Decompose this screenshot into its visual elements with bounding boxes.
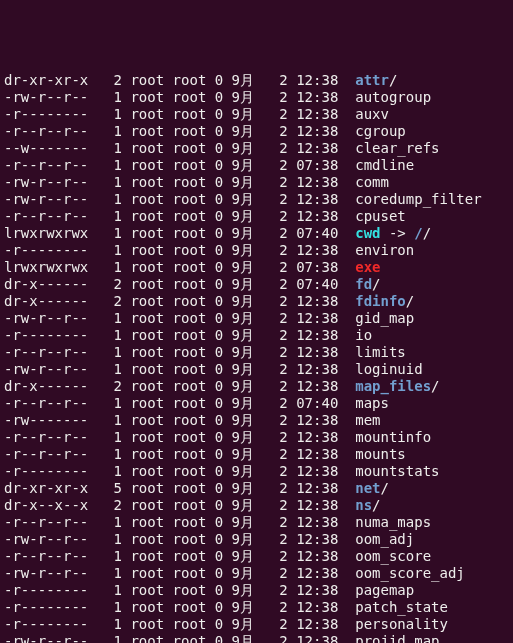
size: 0 (206, 412, 223, 428)
owner: root (122, 293, 164, 309)
time: 12:38 (288, 123, 339, 139)
month: 9月 (223, 395, 254, 411)
day: 2 (254, 378, 288, 394)
links: 1 (88, 106, 122, 122)
links: 1 (88, 429, 122, 445)
filename: limits (355, 344, 406, 360)
size: 0 (206, 633, 223, 643)
perms: -rw-r--r-- (4, 174, 88, 190)
group: root (164, 344, 206, 360)
month: 9月 (223, 259, 254, 275)
filename: numa_maps (355, 514, 431, 530)
month: 9月 (223, 548, 254, 564)
owner: root (122, 157, 164, 173)
owner: root (122, 463, 164, 479)
group: root (164, 361, 206, 377)
links: 1 (88, 565, 122, 581)
time: 07:40 (288, 395, 339, 411)
links: 1 (88, 463, 122, 479)
size: 0 (206, 174, 223, 190)
day: 2 (254, 157, 288, 173)
listing-row: dr-x------ 2 root root 0 9月 2 12:38 fdin… (4, 293, 509, 310)
filename: auxv (355, 106, 389, 122)
group: root (164, 412, 206, 428)
filename: net (355, 480, 380, 496)
size: 0 (206, 140, 223, 156)
time: 12:38 (288, 310, 339, 326)
links: 1 (88, 157, 122, 173)
perms: dr-x------ (4, 293, 88, 309)
listing-row: -rw-r--r-- 1 root root 0 9月 2 12:38 oom_… (4, 565, 509, 582)
day: 2 (254, 531, 288, 547)
month: 9月 (223, 72, 254, 88)
listing-row: -r--r--r-- 1 root root 0 9月 2 07:40 maps (4, 395, 509, 412)
links: 1 (88, 446, 122, 462)
links: 1 (88, 327, 122, 343)
perms: -rw-r--r-- (4, 565, 88, 581)
owner: root (122, 548, 164, 564)
size: 0 (206, 208, 223, 224)
perms: dr-x------ (4, 276, 88, 292)
owner: root (122, 123, 164, 139)
terminal-output[interactable]: dr-xr-xr-x 2 root root 0 9月 2 12:38 attr… (4, 72, 509, 643)
filename: gid_map (355, 310, 414, 326)
group: root (164, 378, 206, 394)
day: 2 (254, 174, 288, 190)
time: 12:38 (288, 378, 339, 394)
filename: exe (355, 259, 380, 275)
owner: root (122, 514, 164, 530)
perms: -rw-r--r-- (4, 633, 88, 643)
size: 0 (206, 225, 223, 241)
listing-row: dr-xr-xr-x 5 root root 0 9月 2 12:38 net/ (4, 480, 509, 497)
links: 1 (88, 174, 122, 190)
month: 9月 (223, 344, 254, 360)
links: 1 (88, 599, 122, 615)
month: 9月 (223, 565, 254, 581)
filename: oom_score_adj (355, 565, 465, 581)
links: 1 (88, 208, 122, 224)
group: root (164, 293, 206, 309)
owner: root (122, 531, 164, 547)
time: 12:38 (288, 565, 339, 581)
group: root (164, 582, 206, 598)
day: 2 (254, 106, 288, 122)
listing-row: -r-------- 1 root root 0 9月 2 12:38 patc… (4, 599, 509, 616)
day: 2 (254, 140, 288, 156)
size: 0 (206, 531, 223, 547)
listing-row: dr-xr-xr-x 2 root root 0 9月 2 12:38 attr… (4, 72, 509, 89)
day: 2 (254, 123, 288, 139)
month: 9月 (223, 157, 254, 173)
links: 1 (88, 310, 122, 326)
owner: root (122, 140, 164, 156)
links: 1 (88, 225, 122, 241)
day: 2 (254, 344, 288, 360)
perms: -r--r--r-- (4, 123, 88, 139)
group: root (164, 106, 206, 122)
size: 0 (206, 106, 223, 122)
owner: root (122, 480, 164, 496)
filename: mounts (355, 446, 406, 462)
filename: cgroup (355, 123, 406, 139)
owner: root (122, 310, 164, 326)
links: 1 (88, 344, 122, 360)
perms: -r-------- (4, 327, 88, 343)
filename: ns (355, 497, 372, 513)
perms: -r--r--r-- (4, 395, 88, 411)
size: 0 (206, 344, 223, 360)
type-suffix: / (372, 276, 380, 292)
month: 9月 (223, 361, 254, 377)
group: root (164, 310, 206, 326)
group: root (164, 259, 206, 275)
owner: root (122, 191, 164, 207)
size: 0 (206, 480, 223, 496)
filename: autogroup (355, 89, 431, 105)
links: 1 (88, 140, 122, 156)
size: 0 (206, 293, 223, 309)
listing-row: -rw------- 1 root root 0 9月 2 12:38 mem (4, 412, 509, 429)
month: 9月 (223, 293, 254, 309)
month: 9月 (223, 582, 254, 598)
day: 2 (254, 565, 288, 581)
filename: oom_adj (355, 531, 414, 547)
month: 9月 (223, 514, 254, 530)
month: 9月 (223, 191, 254, 207)
